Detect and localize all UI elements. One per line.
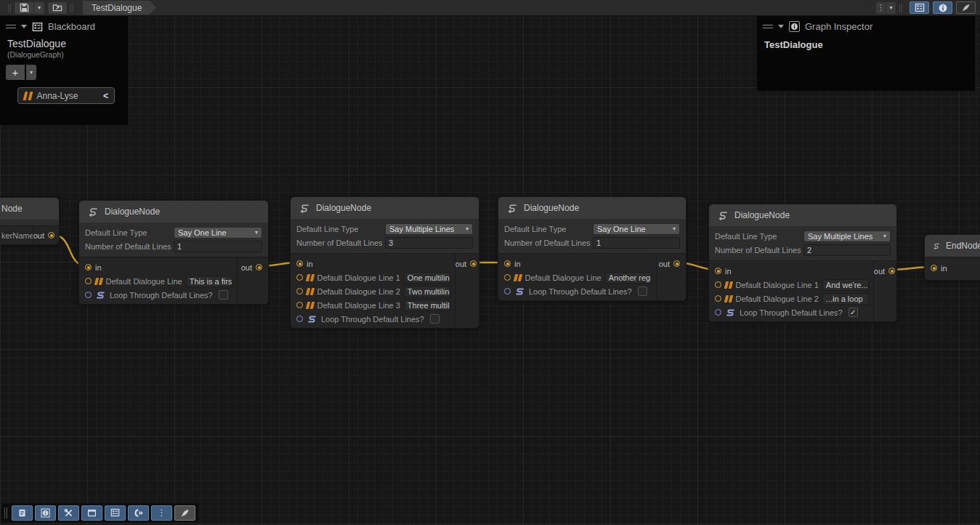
drag-handle[interactable] <box>8 4 11 12</box>
flow-icon <box>298 203 311 214</box>
node-title: DialogueNode <box>709 204 896 226</box>
line-value-field[interactable]: And we're... <box>822 279 869 291</box>
caret-down-icon: ▾ <box>673 226 676 232</box>
add-variable-button[interactable]: + <box>6 65 25 80</box>
document-button[interactable] <box>12 505 33 521</box>
dialogue-node[interactable]: DialogueNode Default Line Type Say Multi… <box>290 196 479 329</box>
loop-port[interactable] <box>715 309 721 316</box>
line-type-dropdown[interactable]: Say Multiple Lines ▾ <box>385 223 473 235</box>
loop-checkbox[interactable] <box>219 290 228 300</box>
blackboard-icon <box>110 508 120 517</box>
node-title: DialogueNode <box>291 197 479 219</box>
out-port[interactable] <box>888 268 895 274</box>
inspector-title: Graph Inspector <box>805 21 872 32</box>
line-port[interactable] <box>85 278 92 284</box>
flow-icon <box>932 241 941 252</box>
in-port[interactable] <box>504 260 511 267</box>
loop-checkbox[interactable] <box>430 314 440 324</box>
dialogue-node[interactable]: DialogueNode Default Line Type Say One L… <box>78 200 269 305</box>
blackboard-graph-type: (DialogueGraph) <box>0 49 128 59</box>
blackboard-button[interactable] <box>105 505 126 521</box>
line-value-field[interactable]: Another regu <box>605 272 652 284</box>
drag-handle-icon[interactable] <box>6 25 16 28</box>
loop-icon <box>725 308 736 318</box>
line-port[interactable] <box>715 295 721 302</box>
blackboard-variable-row[interactable]: Anna-Lyse < <box>17 87 115 104</box>
chevron-left-icon[interactable]: < <box>103 91 108 101</box>
more-menu-dropdown[interactable]: ▾ <box>886 2 896 14</box>
add-variable-dropdown[interactable]: ▾ <box>26 65 36 80</box>
in-port[interactable] <box>931 265 937 271</box>
info-icon <box>41 508 50 518</box>
window-button[interactable] <box>81 505 102 521</box>
loop-icon <box>95 290 106 300</box>
dialogue-node[interactable]: DialogueNode Default Line Type Say Multi… <box>708 204 897 322</box>
open-folder-button[interactable] <box>48 2 67 14</box>
line-value-field[interactable]: One multiline <box>404 272 450 284</box>
more-menu-button[interactable]: ⋮ <box>876 2 886 14</box>
speaker-node-partial[interactable]: Node kerName out <box>0 197 60 245</box>
quill-button[interactable] <box>174 505 195 521</box>
separator <box>899 4 902 12</box>
flow-icon <box>506 203 519 214</box>
field-label: Default Line Type <box>296 225 385 233</box>
node-title: Node <box>0 198 59 220</box>
out-port[interactable] <box>673 260 680 267</box>
num-lines-field[interactable]: 2 <box>803 244 891 256</box>
dialogue-node[interactable]: DialogueNode Default Line Type Say One L… <box>498 196 687 301</box>
in-port[interactable] <box>715 268 721 274</box>
line-value-field[interactable]: This is a first <box>186 276 232 287</box>
num-lines-field[interactable]: 1 <box>593 237 680 249</box>
loop-port[interactable] <box>296 316 303 322</box>
num-lines-field[interactable]: 3 <box>385 237 473 249</box>
line-port[interactable] <box>504 274 511 281</box>
graph-inspector-panel: Graph Inspector TestDialogue <box>757 16 975 91</box>
save-dropdown-button[interactable]: ▾ <box>34 2 44 14</box>
line-value-field[interactable]: ...in a loop <box>822 293 869 305</box>
out-port[interactable] <box>256 264 262 270</box>
num-lines-field[interactable]: 1 <box>174 241 262 252</box>
drag-handle-icon[interactable] <box>763 25 773 28</box>
graph-tab[interactable]: TestDialogue <box>83 1 156 15</box>
line-value-field[interactable]: Two multiline <box>404 286 450 297</box>
kebab-icon: ⋮ <box>877 3 885 12</box>
collapse-toggle[interactable] <box>778 25 784 28</box>
line-port[interactable] <box>296 288 303 294</box>
line-port[interactable] <box>715 281 721 288</box>
drag-handle[interactable] <box>4 508 7 518</box>
in-port[interactable] <box>85 264 92 270</box>
save-button[interactable] <box>15 2 33 14</box>
in-port[interactable] <box>296 260 303 267</box>
end-node[interactable]: EndNode in <box>924 234 980 281</box>
out-port[interactable] <box>470 260 477 267</box>
blackboard-toggle-button[interactable] <box>910 1 929 14</box>
line-port[interactable] <box>296 274 303 281</box>
quote-icon <box>95 278 102 285</box>
blackboard-title: Blackboard <box>48 21 95 32</box>
out-port[interactable] <box>48 232 54 239</box>
graph-inspector-toggle-button[interactable] <box>933 1 952 14</box>
node-title-label: DialogueNode <box>105 207 160 217</box>
loop-port[interactable] <box>85 292 92 298</box>
more-button[interactable]: ⋮ <box>151 505 172 521</box>
info-button[interactable] <box>35 505 56 521</box>
line-value-field[interactable]: Three multilin <box>404 300 450 311</box>
tools-button[interactable] <box>58 505 79 521</box>
loop-port[interactable] <box>504 288 511 294</box>
line-type-dropdown[interactable]: Say One Line ▾ <box>174 227 262 239</box>
quote-icon <box>725 295 732 302</box>
line-type-dropdown[interactable]: Say One Line ▾ <box>593 223 680 235</box>
quote-icon <box>24 92 32 100</box>
quote-icon <box>514 274 522 281</box>
loop-checkbox[interactable] <box>638 286 647 296</box>
collapse-toggle[interactable] <box>21 25 27 28</box>
quill-toggle-button[interactable] <box>956 1 976 14</box>
caret-down-icon: ▾ <box>38 5 41 11</box>
line-type-dropdown[interactable]: Say Multiple Lines ▾ <box>803 231 891 242</box>
loop-icon <box>307 314 317 324</box>
line-port[interactable] <box>296 302 303 308</box>
node-title-label: DialogueNode <box>524 203 579 213</box>
loop-checkbox[interactable]: ✓ <box>849 308 858 317</box>
document-icon <box>17 508 27 518</box>
dialogue-button[interactable] <box>128 505 149 521</box>
